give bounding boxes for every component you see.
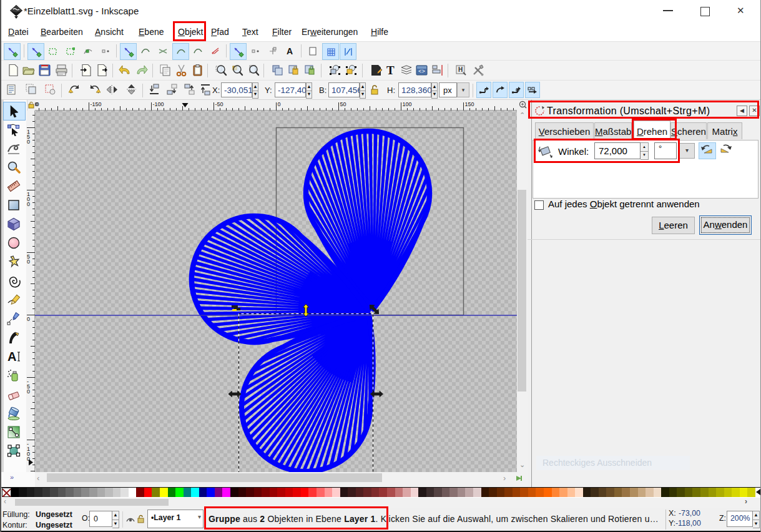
svg-text:<>: <> <box>418 69 425 75</box>
svg-text:A: A <box>287 46 293 56</box>
svg-text:0: 0 <box>278 101 281 107</box>
svg-text:0: 0 <box>27 201 30 207</box>
svg-text:0: 0 <box>35 101 38 107</box>
svg-text:-100: -100 <box>153 101 164 107</box>
svg-text:-50: -50 <box>215 101 223 107</box>
svg-text:0: 0 <box>27 388 30 395</box>
svg-text:A: A <box>7 350 16 363</box>
svg-text:T: T <box>386 64 395 77</box>
svg-text:-150: -150 <box>91 101 102 107</box>
svg-text:150: 150 <box>465 101 474 107</box>
svg-text:H: H <box>458 66 463 73</box>
svg-text:0: 0 <box>27 259 30 265</box>
svg-text:0: 0 <box>27 139 30 145</box>
svg-text:0: 0 <box>27 316 30 322</box>
svg-text:50: 50 <box>340 101 346 107</box>
svg-text:100: 100 <box>403 101 412 107</box>
